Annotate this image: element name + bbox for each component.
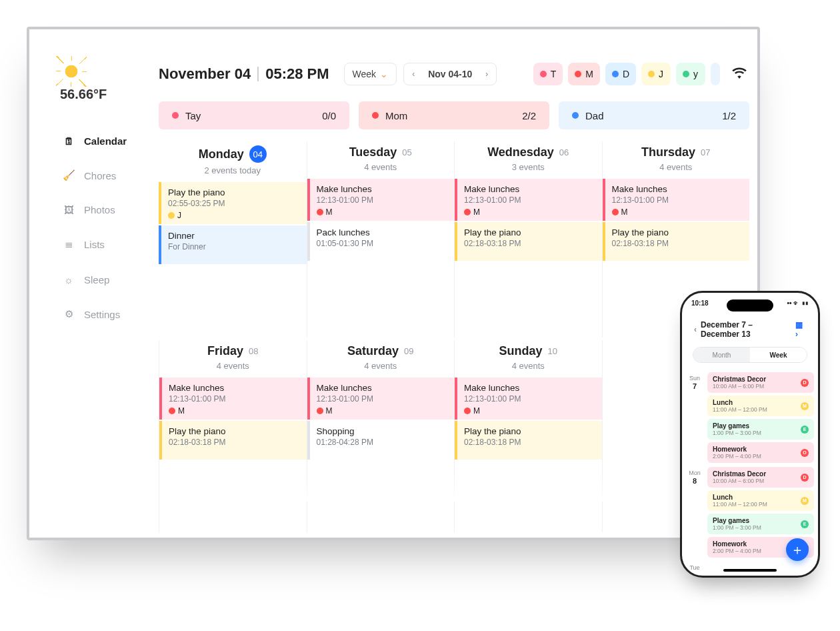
event-card[interactable]: Pack lunches 01:05-01:30 PM bbox=[307, 222, 455, 261]
day-number: 05 bbox=[402, 147, 411, 157]
wall-display-frame: 56.66°F 🗓︎ Calendar 🧹 Chores 🖼︎ Photos ≣ bbox=[27, 27, 760, 540]
day-subtitle: 2 events today bbox=[159, 165, 307, 175]
range-label: Nov 04-10 bbox=[423, 69, 477, 79]
event-card[interactable]: Make lunches 12:13-01:00 PMM bbox=[455, 179, 602, 221]
phone-status-icons: •• ᯤ ▮▮ bbox=[787, 299, 809, 307]
day-number: 06 bbox=[559, 147, 569, 157]
phone-prev-button[interactable]: ‹ bbox=[690, 324, 701, 336]
phone-day-label: Tue bbox=[686, 562, 703, 572]
event-card[interactable]: Play the piano 02:18-03:18 PM bbox=[603, 222, 750, 261]
separator bbox=[257, 67, 259, 81]
person-filter-y[interactable]: y bbox=[676, 63, 705, 85]
day-name: Wednesday 06 bbox=[487, 145, 569, 159]
event-title: Play the piano bbox=[612, 227, 743, 237]
event-title: Dinner bbox=[168, 231, 300, 241]
phone-event-time: 1:00 PM – 3:00 PM bbox=[713, 524, 761, 531]
seg-week[interactable]: Week bbox=[750, 348, 807, 362]
next-week-button[interactable]: › bbox=[481, 67, 492, 81]
event-card[interactable]: Dinner For Dinner bbox=[159, 225, 307, 264]
phone-event[interactable]: Christmas Decor10:00 AM – 6:00 PMD bbox=[707, 372, 814, 393]
event-title: Make lunches bbox=[464, 184, 595, 194]
event-title: Play the piano bbox=[464, 227, 595, 237]
nav-sleep[interactable]: ☼ Sleep bbox=[55, 263, 153, 296]
event-owner: M bbox=[317, 406, 448, 416]
phone-event[interactable]: Lunch11:00 AM – 12:00 PMM bbox=[707, 396, 814, 416]
person-filter-J[interactable]: J bbox=[641, 63, 671, 85]
day-name: Tuesday 05 bbox=[349, 145, 412, 159]
phone-event[interactable]: Play games1:00 PM – 3:00 PME bbox=[707, 419, 814, 440]
phone-event-title: Lunch bbox=[713, 494, 767, 501]
person-dot-icon bbox=[612, 71, 619, 77]
day-subtitle: 4 events bbox=[455, 361, 602, 371]
nav-chores[interactable]: 🧹 Chores bbox=[55, 159, 153, 192]
chore-card-mom[interactable]: Mom2/2 bbox=[359, 101, 549, 129]
wifi-icon bbox=[729, 64, 749, 85]
phone-view-segmented[interactable]: Month Week bbox=[693, 347, 807, 363]
owner-dot-icon bbox=[464, 408, 471, 414]
phone-event-time: 10:00 AM – 6:00 PM bbox=[713, 478, 766, 484]
phone-event-time: 2:00 PM – 4:00 PM bbox=[713, 453, 761, 460]
phone-add-button[interactable]: ＋ bbox=[786, 538, 809, 561]
event-title: Make lunches bbox=[317, 184, 448, 194]
gear-icon: ⚙︎ bbox=[61, 308, 76, 320]
nav-lists[interactable]: ≣ Lists bbox=[55, 227, 153, 261]
phone-event[interactable]: Lunch11:00 AM – 12:00 PMM bbox=[707, 490, 814, 511]
prev-week-button[interactable]: ‹ bbox=[408, 67, 419, 81]
nav-settings[interactable]: ⚙︎ Settings bbox=[55, 297, 153, 331]
phone-event[interactable]: Homework2:00 PM – 4:00 PMO bbox=[707, 442, 814, 463]
event-card[interactable]: Make lunches 12:13-01:00 PMM bbox=[159, 378, 307, 420]
phone-day-items: Christmas Decor10:00 AM – 6:00 PMDLunch1… bbox=[707, 372, 814, 463]
phone-event-time: 2:00 PM – 4:00 PM bbox=[713, 548, 761, 554]
date-range-selector: ‹ Nov 04-10 › bbox=[403, 63, 497, 85]
event-card[interactable]: Play the piano 02:18-03:18 PM bbox=[159, 421, 307, 460]
person-filter-T[interactable]: T bbox=[533, 63, 563, 85]
day-number: 10 bbox=[548, 346, 557, 356]
event-owner: M bbox=[317, 207, 448, 217]
phone-event[interactable]: Play games1:00 PM – 3:00 PME bbox=[707, 514, 814, 534]
person-label: y bbox=[693, 69, 698, 79]
day-column: Tuesday 05 4 events Make lunches 12:13-0… bbox=[307, 141, 455, 338]
person-dot-icon bbox=[575, 71, 581, 77]
phone-event-title: Play games bbox=[713, 422, 761, 430]
event-card[interactable]: Play the piano 02:18-03:18 PM bbox=[455, 421, 602, 460]
phone-header: ‹ December 7 – December 13 ▦ › bbox=[682, 307, 818, 344]
owner-dot-icon bbox=[612, 209, 619, 215]
chore-card-tay[interactable]: Tay0/0 bbox=[159, 101, 349, 129]
nav-photos[interactable]: 🖼︎ Photos bbox=[55, 193, 153, 226]
sleep-icon: ☼ bbox=[61, 274, 76, 285]
event-time: 02:18-03:18 PM bbox=[464, 438, 595, 447]
person-filter-more[interactable] bbox=[711, 63, 720, 85]
person-filter-M[interactable]: M bbox=[568, 63, 600, 85]
event-card[interactable]: Play the piano 02:55-03:25 PMJ bbox=[159, 182, 307, 224]
day-events: Make lunches 12:13-01:00 PMMPlay the pia… bbox=[603, 179, 750, 261]
phone-event-tag-icon: D bbox=[801, 379, 809, 387]
person-filter-D[interactable]: D bbox=[605, 63, 636, 85]
view-selector[interactable]: Week ⌄ bbox=[344, 63, 397, 85]
event-card[interactable]: Play the piano 02:18-03:18 PM bbox=[455, 222, 602, 261]
phone-day-label: Sun7 bbox=[686, 372, 703, 463]
photo-icon: 🖼︎ bbox=[61, 204, 76, 215]
phone-event[interactable]: Christmas Decor10:00 AM – 6:00 PMD bbox=[707, 467, 814, 488]
event-card[interactable]: Shopping 01:28-04:28 PM bbox=[307, 421, 455, 460]
event-card[interactable]: Make lunches 12:13-01:00 PMM bbox=[603, 179, 750, 221]
day-subtitle: 3 events bbox=[455, 162, 602, 172]
event-card[interactable]: Make lunches 12:13-01:00 PMM bbox=[307, 378, 455, 420]
event-time: 02:18-03:18 PM bbox=[612, 239, 743, 248]
event-card[interactable]: Make lunches 12:13-01:00 PMM bbox=[307, 179, 455, 221]
view-label: Week bbox=[353, 69, 377, 79]
event-time: For Dinner bbox=[168, 242, 300, 251]
event-time: 12:13-01:00 PM bbox=[464, 195, 595, 205]
screen: 56.66°F 🗓︎ Calendar 🧹 Chores 🖼︎ Photos ≣ bbox=[55, 55, 749, 532]
person-label: M bbox=[585, 69, 593, 79]
chore-card-dad[interactable]: Dad1/2 bbox=[559, 101, 749, 129]
day-column: Wednesday 06 3 events Make lunches 12:13… bbox=[454, 141, 602, 338]
nav: 🗓︎ Calendar 🧹 Chores 🖼︎ Photos ≣ Lists bbox=[55, 125, 153, 331]
event-title: Make lunches bbox=[169, 383, 300, 393]
event-title: Make lunches bbox=[612, 184, 743, 194]
event-time: 12:13-01:00 PM bbox=[464, 394, 595, 404]
phone-next-button[interactable]: ▦ › bbox=[791, 319, 810, 340]
nav-calendar[interactable]: 🗓︎ Calendar bbox=[55, 125, 153, 157]
event-card[interactable]: Make lunches 12:13-01:00 PMM bbox=[455, 378, 602, 420]
seg-month[interactable]: Month bbox=[693, 348, 750, 362]
day-events: Make lunches 12:13-01:00 PMMPlay the pia… bbox=[455, 179, 602, 261]
